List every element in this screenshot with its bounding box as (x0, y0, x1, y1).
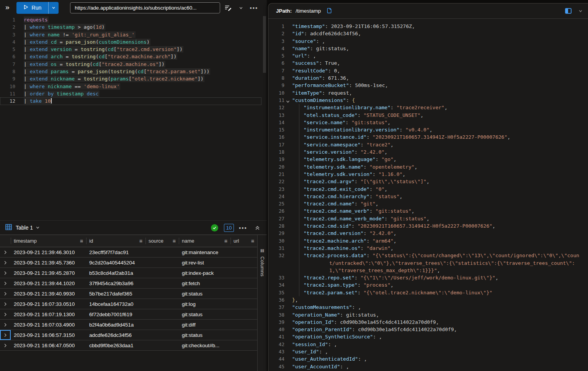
json-line[interactable]: 14"service.name": "git:status", (268, 119, 583, 126)
expand-sidebar-icon[interactable]: » (4, 3, 12, 12)
table-row[interactable]: 2023-09-21 21:39:45.2870b53c8cd4af2ab31a… (0, 268, 257, 278)
code-line[interactable]: 1requests (0, 16, 261, 23)
cell-id[interactable]: 37f9454ca29b3a96 (86, 281, 145, 286)
table-row[interactable]: 2023-09-21 16:06:47.0500cbbd9f0be263daa1… (0, 340, 257, 351)
row-expander-icon[interactable] (0, 268, 11, 278)
run-button[interactable]: Run (16, 2, 49, 14)
table-row[interactable]: 2023-09-21 21:39:45.73609c2d20a405445204… (0, 258, 257, 268)
columns-tab-label[interactable]: Columns (260, 256, 265, 277)
panel-chevron-down-icon[interactable] (576, 6, 585, 16)
code-line[interactable]: 6| extend arch = tostring(cd["trace2.mac… (0, 53, 261, 60)
row-expander-icon[interactable] (0, 340, 11, 350)
cell-name[interactable]: git:status (179, 332, 230, 338)
json-line[interactable]: 28"trace2.cmd.sid": "20230921T160657.314… (268, 222, 583, 230)
json-line[interactable]: 43"user_Id": , (268, 348, 583, 355)
table-row[interactable]: 2023-09-21 16:07:33.051014bcefaa164732a0… (0, 299, 257, 309)
column-header-url[interactable]: url≡ (230, 235, 257, 247)
json-line[interactable]: 29"trace2.cmd.version": "2.42.0", (268, 230, 583, 237)
json-line[interactable]: 27"trace2.cmd.name_verb_mode": "git:stat… (268, 215, 583, 222)
code-line[interactable]: 4| extend cd = parse_json(customDimensio… (0, 38, 261, 46)
row-expander-icon[interactable] (0, 320, 11, 330)
column-menu-icon[interactable]: ≡ (170, 238, 176, 244)
cell-timestamp[interactable]: 2023-09-21 21:39:44.1020 (11, 281, 86, 286)
table-row[interactable]: 2023-09-21 16:07:03.4900b2f4a0b6ad9d451a… (0, 320, 257, 330)
cell-timestamp[interactable]: 2023-09-21 21:39:45.2870 (11, 270, 86, 276)
table-row[interactable]: 2023-09-21 21:39:46.301023ecff5f7f7dac91… (0, 247, 257, 258)
column-header-timestamp[interactable]: timestamp≡ (11, 235, 86, 247)
json-line[interactable]: 24"trace2.cmd.hierarchy": "status", (268, 193, 583, 200)
cell-timestamp[interactable]: 2023-09-21 21:39:40.9930 (11, 291, 86, 297)
json-line[interactable]: 13"otel.status_code": "STATUS_CODE_UNSET… (268, 112, 583, 119)
cell-id[interactable]: b2f4a0b6ad9d451a (86, 322, 145, 328)
column-menu-icon[interactable]: ≡ (137, 238, 142, 244)
cell-id[interactable]: adcdfe626dc34f56 (86, 332, 145, 338)
row-expander-icon[interactable] (0, 258, 11, 268)
column-header-source[interactable]: source≡ (145, 235, 179, 247)
table-row[interactable]: 2023-09-21 16:06:57.3150adcdfe626dc34f56… (0, 330, 257, 340)
json-line[interactable]: 44"user_AuthenticatedId": , (268, 355, 583, 363)
json-line[interactable]: 1"timestamp": 2023-09-21T16:06:57.315276… (268, 23, 583, 30)
json-line[interactable]: 17"service.namespace": "trace2", (268, 141, 583, 148)
cell-id[interactable]: 5b7be217dafef365 (86, 291, 145, 297)
json-line[interactable]: 21"telemetry.sdk.version": "1.16.0", (268, 171, 583, 178)
cell-name[interactable]: git:rev-list (179, 260, 230, 266)
json-line[interactable]: 31"trace2.machine.os": "darwin", (268, 245, 583, 252)
cell-name[interactable]: git:index-pack (179, 270, 230, 276)
column-menu-icon[interactable]: ≡ (222, 238, 227, 244)
json-line[interactable]: 22"trace2.cmd.argv": "[\"git\",\"status\… (268, 178, 583, 185)
json-line[interactable]: 37"customMeasurements": , (268, 304, 583, 311)
row-expander-icon[interactable] (0, 330, 11, 340)
run-dropdown-button[interactable] (48, 2, 59, 14)
cell-name[interactable]: git:log (179, 301, 230, 307)
results-table-title[interactable]: Table 1 (16, 225, 33, 231)
json-line[interactable]: 3"source": , (268, 38, 583, 45)
json-line[interactable]: 10"itemType": request, (268, 89, 583, 97)
json-line[interactable]: 39"operation_Id": c0d90b30e1a45fc4dc4114… (268, 318, 583, 326)
json-line[interactable]: 34"trace2.span.type": "process", (268, 281, 583, 289)
json-line[interactable]: 41"operation_SyntheticSource": , (268, 333, 583, 340)
columns-panel-tab[interactable]: ≣ Columns (257, 235, 267, 371)
json-line[interactable]: 40"operation_ParentId": c0d90b30e1a45fc4… (268, 326, 583, 333)
code-line[interactable]: 8| extend params = parse_json(tostring(c… (0, 68, 261, 75)
column-header-id[interactable]: id≡ (86, 235, 145, 247)
json-line[interactable]: 38"operation_Name": git:status, (268, 311, 583, 318)
table-dropdown-icon[interactable] (36, 224, 40, 231)
json-line[interactable]: 16"service.instance.id": "20230921T16065… (268, 133, 583, 141)
json-line[interactable]: 8"duration": 671.36, (268, 74, 583, 82)
code-line[interactable]: 7| extend os = tostring(cd["trace2.machi… (0, 61, 261, 68)
json-line[interactable]: 35"trace2.param.set": "{\"otel.trace2.ni… (268, 289, 583, 296)
cell-name[interactable]: git:checkout#b... (179, 343, 230, 348)
table-row[interactable]: 2023-09-21 21:39:44.102037f9454ca29b3a96… (0, 278, 257, 289)
json-line[interactable]: 7"resultCode": 0, (268, 67, 583, 74)
json-line[interactable]: 12"instrumentationlibrary.name": "trace2… (268, 104, 583, 111)
json-line[interactable]: 42"session_Id": , (268, 341, 583, 348)
column-header-name[interactable]: name≡ (179, 235, 230, 247)
json-line[interactable]: 23"trace2.cmd.exit_code": "0", (268, 186, 583, 193)
row-expander-icon[interactable] (0, 309, 11, 319)
json-line[interactable]: 33"trace2.repo.set": "{\"1\":\"/Users/je… (268, 274, 583, 281)
json-line[interactable]: 6"success": True, (268, 59, 583, 67)
cell-timestamp[interactable]: 2023-09-21 16:06:47.0500 (11, 343, 86, 348)
more-options-icon[interactable]: ••• (248, 2, 259, 13)
cell-id[interactable]: cbbd9f0be263daa1 (86, 343, 145, 348)
cell-timestamp[interactable]: 2023-09-21 16:06:57.3150 (11, 332, 86, 338)
query-editor[interactable]: 1requests2| where timestamp > ago(1d)3| … (0, 15, 267, 220)
table-row[interactable]: 2023-09-21 21:39:40.99305b7be217dafef365… (0, 289, 257, 299)
json-view[interactable]: 1"timestamp": 2023-09-21T16:06:57.315276… (268, 19, 588, 371)
cell-timestamp[interactable]: 2023-09-21 21:39:45.7360 (11, 260, 86, 266)
code-line[interactable]: 9| extend nickname = tostring(params["ot… (0, 75, 261, 82)
json-line[interactable]: 5"url": , (268, 52, 583, 59)
results-more-icon[interactable]: ••• (238, 223, 248, 233)
cell-name[interactable]: git:status (179, 291, 230, 297)
code-line[interactable]: 10| where nickname == 'demo-linux' (0, 83, 261, 90)
json-line[interactable]: 45"user_AccountId": , (268, 363, 583, 370)
cell-timestamp[interactable]: 2023-09-21 16:07:33.0510 (11, 301, 86, 307)
cell-name[interactable]: git:status (179, 312, 230, 317)
json-line[interactable]: 30"trace2.machine.arch": "arm64", (268, 237, 583, 245)
chevron-down-icon[interactable] (235, 2, 246, 13)
row-count-badge[interactable]: 10 (224, 224, 234, 232)
json-line[interactable]: 2"id": adcdfe626dc34f56, (268, 30, 583, 37)
code-line[interactable]: 12| take 10 (0, 97, 261, 105)
json-line[interactable]: 18"service.version": "2.42.0", (268, 148, 583, 156)
cell-name[interactable]: git:maintenance (179, 250, 230, 255)
